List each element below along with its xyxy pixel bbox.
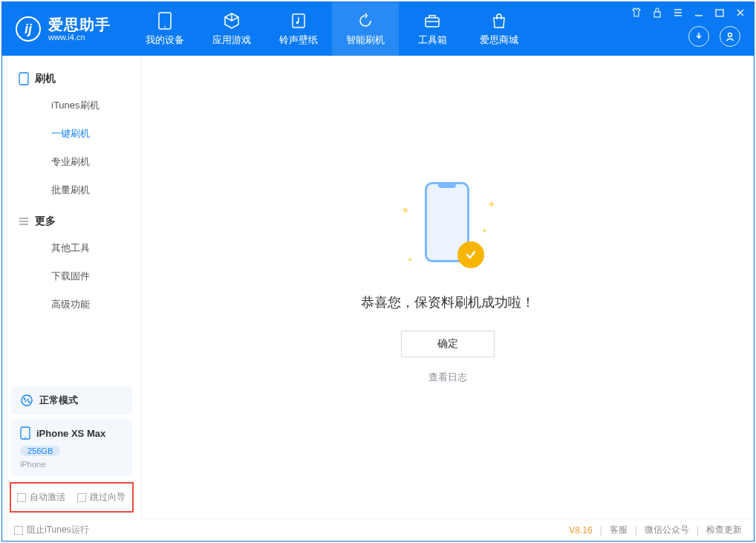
maximize-icon[interactable] [714, 7, 726, 19]
storage-badge: 256GB [20, 446, 60, 456]
tab-store[interactable]: 爱思商城 [466, 2, 532, 56]
svg-point-11 [28, 401, 30, 403]
svg-rect-8 [19, 73, 28, 85]
user-button[interactable] [720, 26, 740, 47]
tab-label: 智能刷机 [346, 33, 385, 47]
main-content: ✦ ✦ ✦ ✦ 恭喜您，保资料刷机成功啦！ 确定 查看日志 [142, 56, 754, 518]
device-icon [155, 11, 175, 30]
music-icon [289, 11, 308, 30]
sidebar-item-pro-flash[interactable]: 专业刷机 [19, 148, 141, 176]
separator: | [635, 525, 637, 536]
svg-point-10 [24, 398, 26, 400]
section-title: 刷机 [35, 72, 56, 85]
tab-label: 铃声壁纸 [279, 33, 318, 47]
app-subtitle: www.i4.cn [48, 33, 111, 42]
section-title: 更多 [35, 215, 56, 228]
svg-point-13 [25, 437, 26, 438]
tab-label: 爱思商城 [480, 33, 518, 47]
check-circle-icon [457, 241, 484, 268]
svg-rect-5 [654, 12, 660, 17]
success-illustration: ✦ ✦ ✦ ✦ [407, 182, 489, 279]
mode-box[interactable]: 正常模式 [11, 386, 132, 414]
sidebar: 刷机 iTunes刷机 一键刷机 专业刷机 批量刷机 更多 其他工具 下载固件 … [2, 56, 142, 518]
sidebar-item-oneclick-flash[interactable]: 一键刷机 [19, 120, 141, 148]
checkbox-label: 自动激活 [30, 491, 65, 504]
view-log-link[interactable]: 查看日志 [428, 371, 467, 384]
sidebar-item-advanced[interactable]: 高级功能 [19, 290, 141, 319]
logo-area: ij 爱思助手 www.i4.cn [2, 16, 124, 42]
device-icon [20, 426, 30, 440]
tab-label: 应用游戏 [212, 33, 251, 47]
app-title: 爱思助手 [48, 16, 111, 33]
download-button[interactable] [688, 26, 709, 47]
svg-rect-4 [426, 18, 439, 27]
separator: | [697, 525, 699, 536]
toolbox-icon [423, 11, 442, 30]
tab-toolbox[interactable]: 工具箱 [399, 2, 466, 56]
sparkle-icon: ✦ [401, 204, 410, 216]
footer: 阻止iTunes运行 V8.16 | 客服 | 微信公众号 | 检查更新 [2, 518, 754, 541]
checkbox-skip-guide[interactable]: 跳过向导 [77, 491, 126, 504]
sidebar-item-batch-flash[interactable]: 批量刷机 [19, 176, 141, 204]
device-box[interactable]: iPhone XS Max 256GB iPhone [11, 419, 132, 476]
app-header: ij 爱思助手 www.i4.cn 我的设备 应用游戏 铃声壁纸 智能刷机 [2, 2, 754, 56]
footer-link-support[interactable]: 客服 [610, 524, 628, 536]
mode-label: 正常模式 [39, 394, 78, 407]
sidebar-item-download-firmware[interactable]: 下载固件 [19, 262, 141, 290]
bag-icon [489, 11, 509, 30]
tab-label: 我的设备 [146, 33, 184, 47]
phone-icon [19, 72, 29, 85]
bottom-options-highlight: 自动激活 跳过向导 [10, 482, 134, 513]
header-actions [688, 26, 740, 47]
lock-icon[interactable] [651, 7, 663, 19]
checkbox-auto-activate[interactable]: 自动激活 [17, 491, 65, 504]
tab-ringtones[interactable]: 铃声壁纸 [265, 2, 332, 56]
svg-point-1 [164, 26, 166, 27]
minimize-icon[interactable] [693, 7, 705, 19]
svg-point-3 [296, 22, 299, 25]
sidebar-item-itunes-flash[interactable]: iTunes刷机 [19, 91, 141, 120]
sparkle-icon: ✦ [407, 256, 413, 264]
shirt-icon[interactable] [630, 7, 642, 19]
footer-link-update[interactable]: 检查更新 [706, 524, 742, 536]
sparkle-icon: ✦ [481, 227, 487, 235]
logo-icon: ij [16, 16, 41, 42]
main-tabs: 我的设备 应用游戏 铃声壁纸 智能刷机 工具箱 爱思商城 [131, 2, 532, 56]
ok-button[interactable]: 确定 [401, 331, 495, 357]
sidebar-section-flash: 刷机 [19, 66, 141, 91]
footer-link-wechat[interactable]: 微信公众号 [645, 524, 689, 536]
tab-label: 工具箱 [418, 33, 447, 47]
close-icon[interactable] [734, 7, 746, 19]
checkbox-icon [77, 493, 86, 502]
version-label: V8.16 [569, 525, 592, 536]
tab-my-device[interactable]: 我的设备 [131, 2, 198, 56]
device-type: iPhone [20, 460, 123, 469]
checkbox-block-itunes[interactable]: 阻止iTunes运行 [14, 524, 89, 536]
success-title: 恭喜您，保资料刷机成功啦！ [361, 293, 535, 311]
tab-flash[interactable]: 智能刷机 [332, 2, 399, 56]
checkbox-label: 阻止iTunes运行 [27, 524, 89, 536]
device-name: iPhone XS Max [36, 428, 105, 439]
sidebar-item-other-tools[interactable]: 其他工具 [19, 234, 141, 262]
sidebar-section-more: 更多 [19, 209, 141, 234]
checkbox-label: 跳过向导 [90, 491, 126, 504]
tab-apps-games[interactable]: 应用游戏 [198, 2, 265, 56]
checkbox-icon [14, 526, 23, 535]
cube-icon [222, 11, 241, 30]
checkbox-icon [17, 493, 26, 502]
list-icon [19, 216, 29, 227]
svg-point-7 [729, 33, 732, 37]
window-controls [630, 7, 746, 19]
separator: | [600, 525, 602, 536]
sparkle-icon: ✦ [487, 198, 496, 210]
mode-icon [20, 394, 33, 407]
refresh-icon [356, 11, 375, 30]
menu-icon[interactable] [672, 7, 684, 19]
svg-rect-6 [716, 10, 723, 16]
